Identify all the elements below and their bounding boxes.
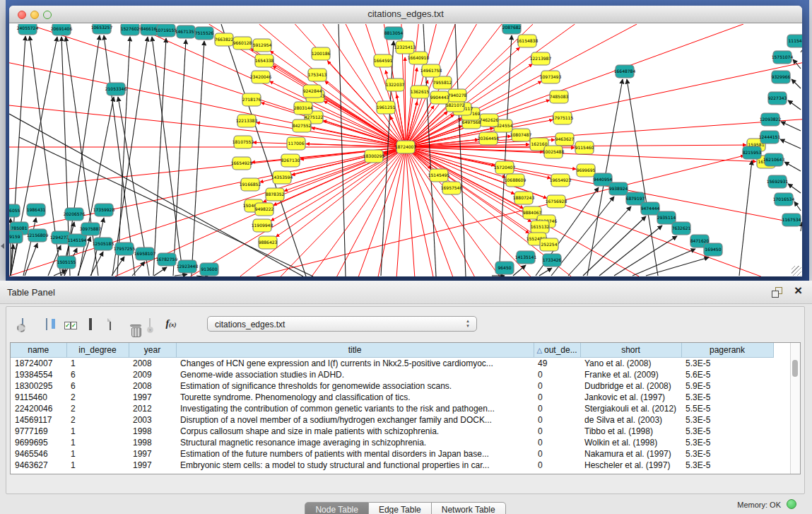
table-row[interactable]: 1872400712008Changes of HCN gene express… (11, 358, 773, 370)
graph-node[interactable]: 1664591 (374, 54, 393, 67)
column-header-year[interactable]: year (129, 343, 176, 358)
graph-node[interactable]: 19166852 (240, 178, 261, 191)
delete-column-button[interactable] (119, 313, 141, 335)
graph-node[interactable]: 16957546 (441, 182, 463, 194)
scrollbar-thumb[interactable] (792, 360, 798, 377)
table-row[interactable]: 946554611997Estimation of the future num… (11, 448, 773, 460)
graph-node[interactable]: 16654925 (231, 157, 253, 170)
table-row[interactable]: 1830029562008Estimation of significance … (11, 380, 773, 392)
graph-node[interactable]: 20206576 (64, 208, 86, 221)
function-builder-button[interactable]: f(x) (160, 313, 182, 335)
graph-node[interactable]: 2935114 (657, 211, 676, 224)
graph-node[interactable]: 1527602 (121, 24, 140, 35)
graph-node[interactable]: 9938924 (609, 182, 628, 195)
graph-node[interactable]: 17975115 (552, 112, 574, 124)
graph-node[interactable]: 12213383 (236, 115, 258, 127)
graph-node[interactable]: 1200186 (312, 47, 331, 60)
graph-node[interactable]: 9242844 (303, 85, 322, 98)
graph-node[interactable]: 7955812 (433, 76, 452, 89)
memory-status-indicator[interactable] (787, 499, 796, 509)
graph-node[interactable]: 12505185 (93, 238, 114, 250)
graph-node[interactable]: 17016534 (773, 193, 795, 206)
graph-node[interactable]: 15720407 (494, 161, 516, 174)
close-panel-icon[interactable]: × (794, 283, 802, 298)
graph-node[interactable]: 23420046 (250, 71, 272, 83)
graph-node[interactable]: 9660128 (233, 37, 252, 49)
graph-node[interactable]: 8427552 (293, 119, 312, 132)
graph-node[interactable]: 2087682 (502, 24, 522, 34)
graph-node[interactable]: 1986431 (27, 204, 46, 216)
panel-collapse-arrow-icon[interactable] (1, 243, 4, 249)
graph-node[interactable]: 5912954 (253, 39, 272, 52)
graph-node[interactable]: 169450 (704, 243, 722, 256)
graph-node[interactable]: 24055724 (17, 24, 39, 35)
graph-node[interactable]: 9115460 (575, 141, 594, 154)
graph-node[interactable]: 30975887 (80, 223, 102, 235)
graph-node[interactable]: 9886423 (259, 236, 278, 249)
column-header-in_degree[interactable]: in_degree (66, 343, 129, 358)
graph-node[interactable]: 10025488 (543, 146, 565, 158)
window-titlebar[interactable]: citations_edges.txt (9, 6, 802, 23)
graph-node[interactable]: 913600 (200, 263, 218, 276)
graph-node[interactable]: 9463627 (555, 133, 575, 146)
graph-node[interactable]: 1733426 (543, 254, 562, 267)
graph-node[interactable]: 10973493 (540, 71, 562, 83)
graph-node[interactable]: 14353594 (271, 171, 293, 184)
graph-node[interactable]: 10688609 (505, 174, 526, 187)
graph-node[interactable]: 9699695 (577, 164, 596, 177)
graph-node[interactable]: 14135141 (515, 251, 537, 264)
show-columns-button[interactable] (36, 313, 57, 335)
column-header-pagerank[interactable]: pagerank (681, 343, 773, 358)
graph-node[interactable]: 1615132 (531, 221, 550, 233)
graph-node[interactable]: 252254 (540, 238, 558, 251)
table-mode-button[interactable] (12, 313, 33, 335)
graph-node[interactable]: 2526055 (9, 204, 20, 217)
graph-node[interactable]: 9474444 (641, 202, 660, 215)
graph-node[interactable]: 18300295 (363, 150, 385, 163)
graph-node[interactable]: 16782759 (156, 253, 178, 266)
graph-node[interactable]: 15145495 (428, 169, 450, 182)
graph-node[interactable]: 8878352 (266, 188, 285, 201)
graph-node[interactable]: 9329966 (772, 71, 791, 83)
float-panel-icon[interactable] (772, 287, 782, 298)
table-selector-dropdown[interactable]: citations_edges.txt ▲▼ (207, 316, 477, 332)
graph-node[interactable]: 7632621 (672, 222, 691, 235)
graph-node[interactable]: 18107552 (233, 136, 254, 148)
graph-node[interactable]: 16154838 (517, 35, 539, 47)
graph-node[interactable]: 17957255 (114, 243, 136, 255)
graph-node[interactable]: 7485083 (550, 90, 569, 103)
citation-network-graph[interactable]: 1872400716154838122139871097349374850831… (9, 24, 802, 276)
table-row[interactable]: 1456911722003Disruption of a novel membe… (11, 414, 773, 426)
graph-node[interactable]: 16648784 (614, 65, 636, 78)
graph-node[interactable]: 12325413 (394, 41, 416, 54)
graph-node[interactable]: 1145194 (68, 234, 87, 247)
column-header-name[interactable]: name (11, 343, 66, 358)
graph-node[interactable]: 2718176 (242, 93, 261, 106)
vertical-scrollbar[interactable] (790, 343, 800, 474)
graph-node[interactable]: 12213987 (530, 52, 552, 65)
graph-node[interactable]: 7515526 (195, 27, 214, 40)
graph-node[interactable]: 21053346 (105, 83, 127, 95)
graph-node[interactable]: 9227343 (768, 92, 787, 105)
graph-node[interactable]: 10719155 (155, 24, 177, 37)
graph-node[interactable]: 1362615 (411, 86, 430, 98)
table-row[interactable]: 977716911998Corpus callosum shape and si… (11, 426, 773, 437)
graph-node[interactable]: 7663822 (215, 33, 234, 46)
graph-node[interactable]: 20364456 (478, 132, 500, 145)
graph-node[interactable]: 16756928 (546, 195, 567, 208)
graph-node[interactable]: 15751074 (772, 51, 794, 64)
table-row[interactable]: 946362711997Embryonic stem cells: a mode… (11, 460, 773, 471)
graph-node[interactable]: 7462626 (480, 114, 499, 127)
graph-node[interactable]: 8813054 (384, 27, 404, 40)
graph-node[interactable]: 39159 (9, 230, 23, 243)
graph-node[interactable]: 1167534 (782, 214, 801, 226)
graph-node[interactable]: 20691406 (51, 24, 73, 35)
graph-node[interactable]: 16210643 (763, 153, 785, 166)
graph-node[interactable]: 12093822 (760, 113, 782, 126)
graph-node[interactable]: 10653257 (91, 24, 113, 34)
graph-node[interactable]: 10807487 (510, 129, 532, 141)
graph-node[interactable]: 9904443 (430, 91, 449, 104)
graph-node[interactable]: 12444151 (759, 131, 781, 144)
graph-node[interactable]: 12923448 (177, 260, 199, 273)
create-column-button[interactable] (100, 313, 121, 335)
